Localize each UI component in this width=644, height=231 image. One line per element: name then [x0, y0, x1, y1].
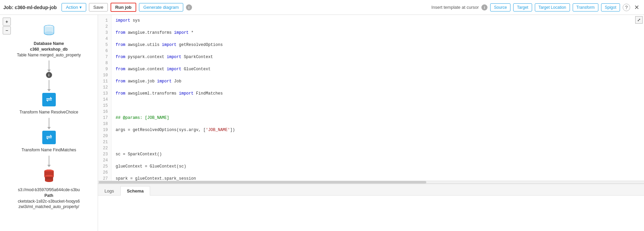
- source-template-button[interactable]: Source: [490, 3, 510, 11]
- find-matches-icon: ⇌: [42, 130, 56, 146]
- action-button[interactable]: Action ▾: [62, 3, 86, 11]
- info-icon[interactable]: i: [186, 4, 192, 10]
- spigot-template-button[interactable]: Spigot: [601, 3, 620, 11]
- s3-output-node[interactable]: s3://mod-b35970f95a644cde-s3bu Path cket…: [15, 168, 83, 210]
- help-icon[interactable]: ?: [623, 4, 630, 11]
- database-name-label: Database Name c360_workshop_db: [15, 41, 83, 52]
- database-icon: [42, 23, 56, 39]
- right-panel: ⤢ 1234567 891011121314 15161718192021 22…: [98, 15, 644, 231]
- canvas-toolbar: + −: [3, 18, 11, 34]
- svg-text:⇌: ⇌: [46, 95, 52, 103]
- insert-template-label: Insert template at cursor: [431, 5, 479, 10]
- s3-path-label: Path: [18, 193, 80, 199]
- table-name-label: Table Name merged_auto_property: [17, 53, 81, 57]
- job-title: Job: c360-ml-dedup-job: [3, 5, 57, 10]
- find-matches-name: Transform Name FindMatches: [22, 148, 76, 152]
- insert-template-info-icon[interactable]: i: [481, 4, 487, 10]
- action-label: Action: [66, 5, 78, 10]
- database-node[interactable]: Database Name c360_workshop_db Table Nam…: [15, 23, 83, 58]
- bottom-tabs: Logs Schema: [98, 184, 644, 196]
- arrow-4: [49, 156, 49, 165]
- find-matches-label: Transform Name FindMatches: [22, 147, 76, 153]
- close-icon[interactable]: ✕: [633, 4, 641, 11]
- s3-path-line1: s3://mod-b35970f95a644cde-s3bu: [18, 187, 80, 192]
- horizontal-scrollbar[interactable]: [98, 181, 644, 184]
- svg-point-5: [44, 31, 54, 35]
- expand-button[interactable]: ⤢: [635, 16, 643, 24]
- find-matches-node-box: ⇌ Transform Name FindMatches: [15, 130, 83, 153]
- database-node-box: Database Name c360_workshop_db Table Nam…: [15, 23, 83, 58]
- flow-container: Database Name c360_workshop_db Table Nam…: [0, 18, 98, 218]
- target-template-button[interactable]: Target: [513, 3, 532, 11]
- bottom-content: [98, 196, 644, 231]
- resolve-choice-label: Transform Name ResolveChoice: [20, 109, 78, 115]
- s3-node-label: s3://mod-b35970f95a644cde-s3bu Path cket…: [18, 187, 80, 210]
- svg-point-15: [45, 179, 53, 182]
- generate-diagram-button[interactable]: Generate diagram: [139, 3, 183, 11]
- left-panel: + −: [0, 15, 98, 231]
- run-job-button[interactable]: Run job: [111, 3, 136, 12]
- header: Job: c360-ml-dedup-job Action ▾ Save Run…: [0, 0, 644, 15]
- resolve-choice-node-box: ⇌ Transform Name ResolveChoice: [15, 92, 83, 115]
- zoom-out-button[interactable]: −: [3, 26, 11, 34]
- find-matches-node[interactable]: ⇌ Transform Name FindMatches: [15, 130, 83, 153]
- schema-tab[interactable]: Schema: [120, 186, 150, 196]
- save-button[interactable]: Save: [89, 3, 108, 11]
- s3-icon: [42, 168, 56, 186]
- code-area[interactable]: ⤢ 1234567 891011121314 15161718192021 22…: [98, 15, 644, 181]
- main-layout: + −: [0, 15, 644, 231]
- arrow-3: [49, 118, 49, 127]
- s3-path-line2: cketstack-1s82c-s3bucket-fxoqys6: [18, 199, 80, 204]
- bottom-panel: Logs Schema: [98, 184, 644, 231]
- svg-text:⇌: ⇌: [46, 133, 52, 141]
- target-location-template-button[interactable]: Target Location: [535, 3, 570, 11]
- code-editor: 1234567 891011121314 15161718192021 2223…: [98, 15, 644, 181]
- resolve-choice-icon: ⇌: [42, 92, 56, 108]
- node-info-icon[interactable]: i: [46, 72, 52, 78]
- s3-node-box: s3://mod-b35970f95a644cde-s3bu Path cket…: [15, 168, 83, 210]
- database-node-label: Database Name c360_workshop_db Table Nam…: [15, 41, 83, 58]
- s3-path-line3: zwi3i/ml_matched_auto_property/: [19, 204, 79, 209]
- resolve-choice-name: Transform Name ResolveChoice: [20, 110, 78, 114]
- arrow-2: [49, 80, 49, 89]
- zoom-in-button[interactable]: +: [3, 18, 11, 26]
- resolve-choice-node[interactable]: ⇌ Transform Name ResolveChoice: [15, 92, 83, 115]
- action-chevron-icon: ▾: [79, 5, 82, 10]
- code-content[interactable]: import sys from awsglue.transforms impor…: [112, 15, 644, 181]
- transform-template-button[interactable]: Transform: [573, 3, 598, 11]
- line-numbers: 1234567 891011121314 15161718192021 2223…: [98, 15, 112, 181]
- arrow-1: [49, 60, 49, 70]
- logs-tab[interactable]: Logs: [98, 186, 120, 196]
